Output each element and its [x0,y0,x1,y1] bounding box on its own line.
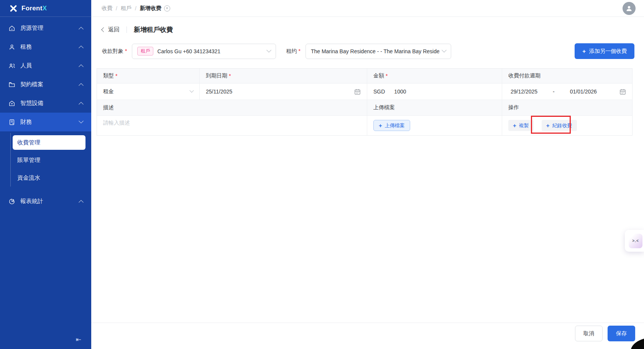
smart-home-icon [8,100,15,107]
lease-select[interactable]: The Marina Bay Residence - - The Marina … [306,44,451,59]
header-amount-label: 金額 [373,72,384,79]
copy-label: 複製 [519,122,529,129]
header-upload-label: 上傳檔案 [373,104,395,111]
description-input[interactable] [103,116,361,135]
breadcrumb-tenant[interactable]: 租戶 [121,5,131,12]
footer-action-bar: 取消 保存 [91,323,644,349]
copy-button[interactable]: + 複製 [508,120,534,131]
add-another-charge-label: 添加另一個收費 [589,48,627,55]
header-description-label: 描述 [103,104,114,111]
close-tab-icon[interactable]: × [164,5,170,11]
sidebar-item-properties[interactable]: 房源管理 [0,19,91,38]
title-divider [127,26,127,33]
plus-icon: + [513,123,516,128]
sidebar-item-smart-devices[interactable]: 智慧設備 [0,94,91,113]
finance-doc-icon: s [8,119,15,126]
header-type-label: 類型 [103,72,114,79]
chevron-up-icon [79,46,84,51]
header-description: 描述 [97,100,367,115]
chevron-left-icon [101,27,106,32]
finance-submenu: 收費管理 賬單管理 資金流水 [0,131,91,192]
payer-select[interactable]: 租戶 Carlos Gu +60 341234321 [132,44,276,59]
user-avatar[interactable] [623,2,636,15]
user-icon [8,44,15,51]
amount-value: 1000 [394,88,406,95]
required-mark: * [298,48,300,54]
lease-label: 租约* [286,48,300,55]
sidebar-item-people[interactable]: 人員 [0,56,91,75]
calendar-icon [354,88,361,95]
charge-table: 類型* 到期日期* 金額* 收費付款週期 租金 25/11/2025 SGD 1… [97,68,632,136]
submenu-item-bill-management[interactable]: 賬單管理 [13,153,85,167]
type-select[interactable]: 租金 [97,84,199,100]
period-end-value: 01/01/2026 [570,88,597,95]
save-button[interactable]: 保存 [608,326,635,341]
sidebar-item-label: 契約檔案 [20,81,43,88]
submenu-item-cash-flow[interactable]: 資金流水 [13,170,85,185]
description-cell [97,116,367,135]
sidebar-item-label: 智慧設備 [20,100,43,107]
collapse-sidebar-icon[interactable]: ⇤ [76,336,81,344]
assistant-face-icon: >.< [629,234,642,248]
back-button[interactable]: 返回 [102,26,120,33]
back-label: 返回 [108,26,120,33]
record-charge-button[interactable]: + 紀錄收費 [542,120,577,131]
submenu-item-label: 收費管理 [17,139,40,146]
actions-cell: + 複製 + 紀錄收費 [502,116,632,135]
sidebar-item-label: 財務 [20,118,32,126]
plus-icon: + [546,123,550,128]
chevron-down-icon [267,48,272,52]
pie-chart-icon [8,198,15,205]
chevron-down-icon [189,88,194,93]
header-due-date-label: 到期日期 [206,72,227,79]
breadcrumb-separator: / [116,5,117,11]
payer-value: Carlos Gu +60 341234321 [157,48,220,54]
billing-period-field[interactable]: 29/12/2025 - 01/01/2026 [502,84,632,100]
header-actions: 操作 [502,100,632,115]
charge-row-extra: + 上傳檔案 + 複製 + 紀錄收費 [97,115,632,135]
payer-label-text: 收款對象 [102,48,123,54]
required-mark: * [386,73,388,79]
header-billing-period-label: 收費付款週期 [508,72,540,79]
chevron-up-icon [79,64,84,69]
sidebar-item-label: 報表統計 [20,198,43,205]
sidebar-item-tenancy[interactable]: 租務 [0,38,91,56]
folder-icon [8,81,15,88]
required-mark: * [229,73,231,79]
sidebar-item-label: 人員 [20,62,32,69]
submenu-item-label: 資金流水 [17,174,40,182]
type-value: 租金 [103,88,114,95]
sidebar: ForentX 房源管理 租務 人員 契約檔案 智慧設備 s [0,0,91,349]
plus-icon: + [379,123,382,128]
chevron-down-icon [442,48,447,52]
header-type: 類型* [97,69,199,83]
main-content: 返回 新增租戶收費 收款對象* 租戶 Carlos Gu +60 3412343… [91,17,644,323]
currency-value: SGD [373,88,385,95]
add-another-charge-button[interactable]: + 添加另一個收費 [575,43,634,59]
breadcrumb-charges[interactable]: 收費 [102,5,112,12]
sidebar-item-finance[interactable]: s 財務 [0,113,91,131]
cancel-button[interactable]: 取消 [575,326,603,341]
tenant-tag: 租戶 [137,47,153,56]
chevron-up-icon [79,83,84,88]
lease-label-text: 租约 [286,48,297,54]
header-due-date: 到期日期* [199,69,367,83]
page-title-row: 返回 新增租戶收費 [102,25,634,34]
assistant-widget[interactable]: >.< [625,230,644,252]
breadcrumb-separator: / [135,5,136,11]
header-actions-label: 操作 [508,104,519,111]
table-header-row-1: 類型* 到期日期* 金額* 收費付款週期 [97,69,632,83]
chevron-up-icon [79,200,84,205]
sidebar-item-label: 租務 [20,43,32,51]
due-date-field[interactable]: 25/11/2025 [199,84,367,100]
upload-file-button[interactable]: + 上傳檔案 [373,120,410,131]
home-icon [8,25,15,32]
breadcrumb-new-charge[interactable]: 新增收费 [140,5,161,12]
header-upload: 上傳檔案 [367,100,502,115]
amount-field[interactable]: SGD 1000 [367,84,502,100]
sidebar-item-contracts[interactable]: 契約檔案 [0,75,91,94]
header-billing-period: 收費付款週期 [502,69,632,83]
required-mark: * [125,48,127,54]
sidebar-item-reports[interactable]: 報表統計 [0,192,91,211]
submenu-item-charge-management[interactable]: 收費管理 [13,135,85,150]
